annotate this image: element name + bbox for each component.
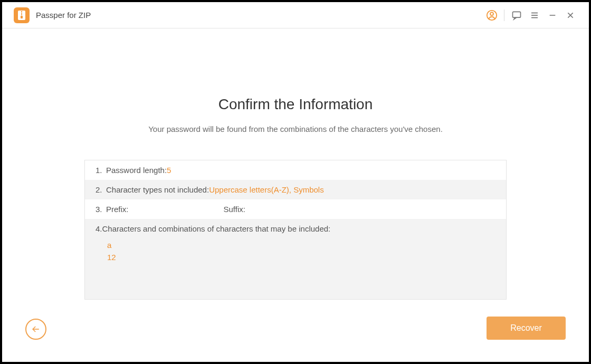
row-label: Password length: [106, 166, 167, 175]
row-label: Characters and combinations of character… [102, 224, 331, 233]
row-excluded-types: 2. Character types not included: Upperca… [85, 180, 506, 199]
suffix-label: Suffix: [224, 205, 245, 214]
summary-box: 1. Password length: 5 2. Character types… [84, 160, 507, 300]
row-password-length: 1. Password length: 5 [85, 160, 506, 180]
page-subheading: Your password will be found from the com… [2, 124, 589, 133]
row-label: Character types not included: [106, 185, 209, 194]
row-prefix-suffix: 3. Prefix: Suffix: [85, 199, 506, 219]
include-item: 12 [107, 252, 495, 264]
feedback-icon[interactable] [508, 6, 526, 24]
includes-list: a 12 [107, 240, 495, 263]
title-bar: Passper for ZIP [2, 2, 589, 28]
row-number: 4. [96, 224, 102, 233]
recover-button[interactable]: Recover [487, 317, 566, 340]
minimize-icon[interactable] [544, 6, 561, 24]
svg-rect-4 [513, 12, 521, 17]
svg-point-3 [490, 12, 493, 15]
separator [504, 9, 504, 21]
app-logo-icon [14, 7, 30, 23]
row-number: 1. [96, 166, 106, 175]
user-icon[interactable] [483, 6, 501, 24]
back-button[interactable] [25, 319, 46, 340]
app-title: Passper for ZIP [36, 11, 91, 20]
main-content: Confirm the Information Your password wi… [2, 28, 589, 362]
prefix-label: Prefix: [106, 205, 129, 214]
app-window: Passper for ZIP [2, 2, 589, 362]
include-item: a [107, 240, 495, 252]
row-value: Uppercase letters(A-Z), Symbols [209, 185, 324, 194]
menu-icon[interactable] [526, 6, 544, 24]
row-number: 3. [96, 205, 106, 214]
row-value: 5 [167, 166, 171, 175]
row-number: 2. [96, 185, 106, 194]
row-includes: 4. Characters and combinations of charac… [85, 219, 506, 299]
svg-rect-1 [21, 16, 23, 18]
close-icon[interactable] [561, 6, 579, 24]
page-heading: Confirm the Information [2, 96, 589, 113]
